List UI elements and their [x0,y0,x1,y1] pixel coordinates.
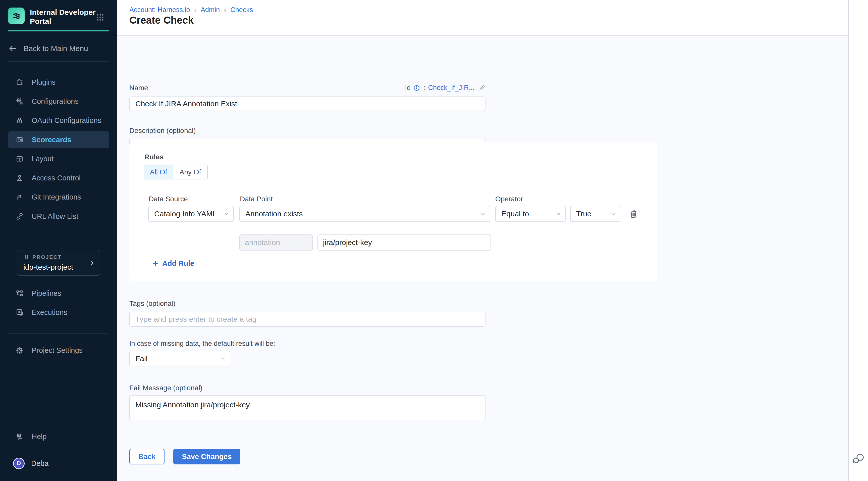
sidebar-item-label: Executions [32,308,67,317]
sidebar-item-configurations[interactable]: Configurations [8,93,109,110]
svg-text:?: ? [18,434,20,437]
check-id-link[interactable]: Check_If_JIR... [428,84,474,92]
back-to-main-menu-label: Back to Main Menu [24,44,88,53]
sidebar-item-label: Pipelines [32,289,61,298]
page-header: Account: Harness.io › Admin › Checks Cre… [117,0,848,36]
breadcrumb-account[interactable]: Account: Harness.io [129,6,190,14]
id-separator: : [424,84,426,92]
chevron-right-icon [88,259,96,267]
sidebar-item-label: Help [32,432,47,441]
gear-icon [15,346,24,355]
expected-value-select[interactable]: True [570,206,620,222]
sidebar-item-url-allow-list[interactable]: URL Allow List [8,208,109,225]
sidebar-item-label: URL Allow List [32,212,79,221]
chevron-down-icon [610,211,616,217]
lock-icon [15,116,24,125]
fail-message-textarea[interactable]: Missing Annotation jira/project-key [129,395,486,420]
sidebar-item-layout[interactable]: Layout [8,150,109,168]
any-of-button[interactable]: Any Of [173,165,207,179]
branch-icon [15,193,24,201]
project-eyebrow: PROJECT [32,254,62,260]
all-of-button[interactable]: All Of [144,165,173,179]
data-point-select[interactable]: Annotation exists [239,206,490,222]
save-changes-button[interactable]: Save Changes [173,449,240,464]
chevron-down-icon [224,211,229,217]
sidebar-item-git-integrations[interactable]: Git Integrations [8,188,109,206]
layout-icon [15,155,24,163]
chevron-down-icon [220,356,226,361]
back-button[interactable]: Back [129,449,164,464]
edit-pencil-icon[interactable] [478,85,486,91]
app-title: Internal Developer Portal [30,7,96,26]
default-result-select[interactable]: Fail [129,351,230,366]
gears-icon [15,97,24,106]
right-rail [848,0,868,481]
rules-title: Rules [145,153,163,161]
project-name: idp-test-project [23,263,95,271]
sidebar-item-label: Plugins [32,78,56,86]
brand: Internal Developer Portal [8,7,96,26]
sidebar-item-scorecards[interactable]: Scorecards [8,131,109,148]
tags-label: Tags (optional) [129,300,176,308]
main-area: Account: Harness.io › Admin › Checks Cre… [117,0,848,481]
user-name: Deba [31,459,49,468]
breadcrumb: Account: Harness.io › Admin › Checks [129,6,253,14]
chevron-down-icon [480,211,486,217]
link-icon [15,212,24,221]
sidebar-item-label: Layout [32,155,54,163]
puzzle-icon [15,78,24,86]
rules-card: Rules All Of Any Of Data Source Data Poi… [129,142,657,281]
sidebar-item-help[interactable]: ? Help [8,428,109,445]
annotation-value-input[interactable] [317,235,491,250]
app-switcher-grid-icon[interactable] [96,13,104,22]
id-label: Id [405,84,411,92]
executions-icon [15,308,24,317]
arrow-left-icon [8,44,17,53]
check-id-row: Id : Check_If_JIR... [129,84,486,92]
user-menu[interactable]: D Deba [8,455,109,472]
plus-icon [152,260,159,267]
sidebar-item-label: Configurations [32,97,79,106]
harness-idp-logo-icon [8,7,25,24]
scorecard-icon [15,136,24,144]
description-label: Description (optional) [129,127,196,135]
brand-divider [8,30,109,31]
avatar: D [13,458,25,469]
form-content: Name Id : Check_If_JIR... Description (o… [117,36,848,481]
data-source-select[interactable]: Catalog Info YAML [148,206,234,222]
delete-rule-trash-icon[interactable] [628,208,639,219]
name-input[interactable] [129,96,486,111]
tags-input[interactable] [129,311,486,327]
sidebar: Internal Developer Portal Back to Main M… [0,0,117,481]
sidebar-item-label: OAuth Configurations [32,116,101,125]
chevron-separator: › [194,6,197,13]
missing-data-label: In case of missing data, the default res… [129,340,275,348]
chevron-separator: › [224,6,226,13]
sidebar-item-executions[interactable]: Executions [8,304,109,321]
sidebar-item-project-settings[interactable]: Project Settings [8,342,109,359]
breadcrumb-admin[interactable]: Admin [201,6,220,14]
support-chat-icon[interactable] [852,452,865,465]
sidebar-divider [8,333,109,333]
project-selector[interactable]: PROJECT idp-test-project [17,250,100,276]
back-to-main-menu[interactable]: Back to Main Menu [8,41,109,56]
pipelines-icon [15,289,24,298]
sidebar-item-label: Project Settings [32,346,83,355]
rules-mode-toggle: All Of Any Of [144,164,208,179]
person-icon [15,174,24,182]
sidebar-item-pipelines[interactable]: Pipelines [8,285,109,302]
sidebar-item-access-control[interactable]: Access Control [8,170,109,186]
operator-select[interactable]: Equal to [495,206,566,222]
sidebar-item-oauth-configurations[interactable]: OAuth Configurations [8,112,109,129]
chevron-down-icon [556,211,561,217]
add-rule-button[interactable]: Add Rule [152,259,194,268]
sidebar-divider [8,61,109,62]
info-icon[interactable] [413,85,420,91]
page-title: Create Check [129,14,194,26]
breadcrumb-checks[interactable]: Checks [230,6,253,14]
sidebar-item-label: Access Control [32,174,81,182]
sidebar-item-label: Scorecards [32,136,71,144]
sidebar-item-plugins[interactable]: Plugins [8,73,109,91]
annotation-key-input [239,235,313,250]
data-point-label: Data Point [240,195,273,203]
